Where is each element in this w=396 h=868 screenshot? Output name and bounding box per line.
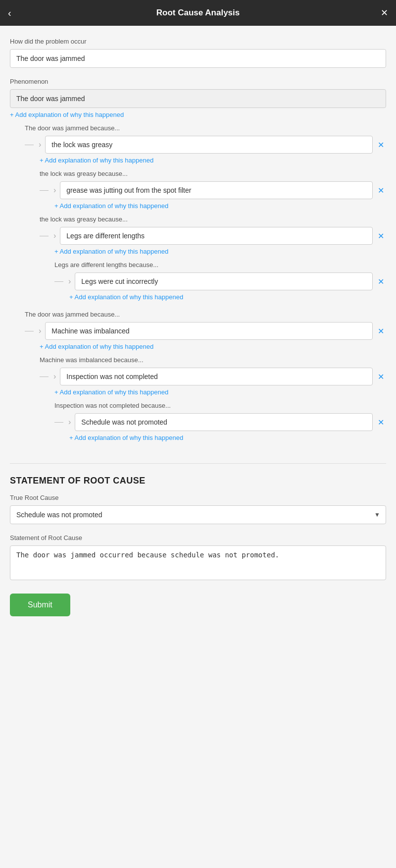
- statement-section: STATEMENT OF ROOT CAUSE True Root Cause …: [10, 476, 386, 616]
- cause-row-2b: › ✕: [40, 227, 386, 245]
- root-cause-select[interactable]: Schedule was not promoted Legs were cut …: [10, 505, 386, 524]
- cause-input-wrap-3a: [75, 272, 373, 290]
- statement-label: Statement of Root Cause: [10, 534, 386, 542]
- tree-connector-machine: [25, 331, 34, 331]
- cause-input-wrap-1: [45, 136, 373, 154]
- phenomenon-section: Phenomenon + Add explanation of why this…: [10, 78, 386, 118]
- cause-row-inspection: › ✕: [40, 368, 386, 385]
- cause-row-1: › ✕: [25, 136, 386, 154]
- cause-block-inspection: Machine was imbalanced because... › ✕ + …: [40, 356, 386, 441]
- problem-section: How did the problem occur: [10, 38, 386, 68]
- cause-remove-machine[interactable]: ✕: [376, 325, 386, 338]
- tree-connector-1: [25, 145, 34, 145]
- cause-row-2a: › ✕: [40, 181, 386, 199]
- cause-input-wrap-machine: [45, 322, 373, 340]
- back-button[interactable]: ‹: [8, 7, 11, 19]
- cause-block-2a: the lock was greasy because... › ✕ + Add…: [40, 170, 386, 210]
- cause-add-link-2a[interactable]: + Add explanation of why this happened: [54, 202, 168, 210]
- phenomenon-input: [10, 89, 386, 108]
- cause-block-1: The door was jammed because... › ✕ + Add…: [25, 124, 386, 301]
- root-cause-select-wrapper: Schedule was not promoted Legs were cut …: [10, 505, 386, 524]
- cause-remove-schedule[interactable]: ✕: [376, 416, 386, 429]
- statement-textarea[interactable]: The door was jammed occurred because sch…: [10, 545, 386, 580]
- cause-row-schedule: › ✕: [54, 413, 386, 431]
- cause-block-3a: Legs are different lengths because... › …: [54, 261, 386, 301]
- cause-add-link-schedule[interactable]: + Add explanation of why this happened: [69, 434, 183, 441]
- tree-connector-inspection: [40, 377, 49, 377]
- cause-arrow-2a: ›: [53, 186, 56, 195]
- cause-remove-1[interactable]: ✕: [376, 138, 386, 152]
- cause-row-3a: › ✕: [54, 272, 386, 290]
- cause-input-2a[interactable]: [60, 181, 373, 199]
- cause-block-schedule: Inspection was not completed because... …: [54, 402, 386, 441]
- cause-row-machine: › ✕: [25, 322, 386, 340]
- cause-add-link-3a[interactable]: + Add explanation of why this happened: [69, 293, 183, 301]
- cause-input-3a[interactable]: [75, 272, 373, 290]
- cause-add-link-inspection[interactable]: + Add explanation of why this happened: [54, 388, 168, 396]
- cause-label-2a: the lock was greasy because...: [40, 170, 386, 177]
- main-content: How did the problem occur Phenomenon + A…: [0, 26, 396, 628]
- header: ‹ Root Cause Analysis ✕: [0, 0, 396, 26]
- problem-label: How did the problem occur: [10, 38, 386, 45]
- tree-connector-2a: [40, 190, 49, 191]
- cause-input-wrap-2a: [60, 181, 373, 199]
- cause-block-2b: the lock was greasy because... › ✕ + Add…: [40, 216, 386, 301]
- tree-connector-2b: [40, 236, 49, 236]
- cause-remove-3a[interactable]: ✕: [376, 275, 386, 288]
- cause-label-3a: Legs are different lengths because...: [54, 261, 386, 269]
- phenomenon-label: Phenomenon: [10, 78, 386, 85]
- tree-connector-schedule: [54, 422, 63, 423]
- section-divider: [10, 463, 386, 464]
- cause-remove-2b[interactable]: ✕: [376, 229, 386, 243]
- close-button[interactable]: ✕: [381, 7, 388, 18]
- page-title: Root Cause Analysis: [156, 8, 240, 18]
- statement-title: STATEMENT OF ROOT CAUSE: [10, 476, 386, 486]
- tree-connector-3a: [54, 281, 63, 282]
- cause-input-wrap-2b: [60, 227, 373, 245]
- cause-label-1: The door was jammed because...: [25, 124, 386, 132]
- cause-arrow-3a: ›: [68, 277, 71, 286]
- cause-add-link-1[interactable]: + Add explanation of why this happened: [40, 157, 153, 164]
- cause-input-wrap-schedule: [75, 413, 373, 431]
- cause-input-inspection[interactable]: [60, 368, 373, 385]
- cause-add-link-machine[interactable]: + Add explanation of why this happened: [40, 343, 153, 350]
- root-cause-label: True Root Cause: [10, 494, 386, 501]
- cause-arrow-1: ›: [39, 140, 41, 149]
- cause-label-schedule: Inspection was not completed because...: [54, 402, 386, 409]
- submit-button[interactable]: Submit: [10, 594, 70, 616]
- cause-input-1[interactable]: [45, 136, 373, 154]
- cause-arrow-schedule: ›: [68, 418, 71, 427]
- cause-input-2b[interactable]: [60, 227, 373, 245]
- cause-arrow-inspection: ›: [53, 372, 56, 381]
- cause-block-machine: The door was jammed because... › ✕ + Add…: [25, 311, 386, 441]
- cause-input-machine[interactable]: [45, 322, 373, 340]
- cause-label-inspection: Machine was imbalanced because...: [40, 356, 386, 364]
- cause-label-2b: the lock was greasy because...: [40, 216, 386, 223]
- problem-input[interactable]: [10, 49, 386, 68]
- cause-arrow-machine: ›: [39, 326, 41, 335]
- cause-arrow-2b: ›: [53, 231, 56, 240]
- cause-remove-2a[interactable]: ✕: [376, 184, 386, 197]
- phenomenon-add-link[interactable]: + Add explanation of why this happened: [10, 111, 124, 118]
- cause-remove-inspection[interactable]: ✕: [376, 370, 386, 383]
- cause-add-link-2b[interactable]: + Add explanation of why this happened: [54, 248, 168, 255]
- cause-input-wrap-inspection: [60, 368, 373, 385]
- cause-label-machine: The door was jammed because...: [25, 311, 386, 318]
- cause-input-schedule[interactable]: [75, 413, 373, 431]
